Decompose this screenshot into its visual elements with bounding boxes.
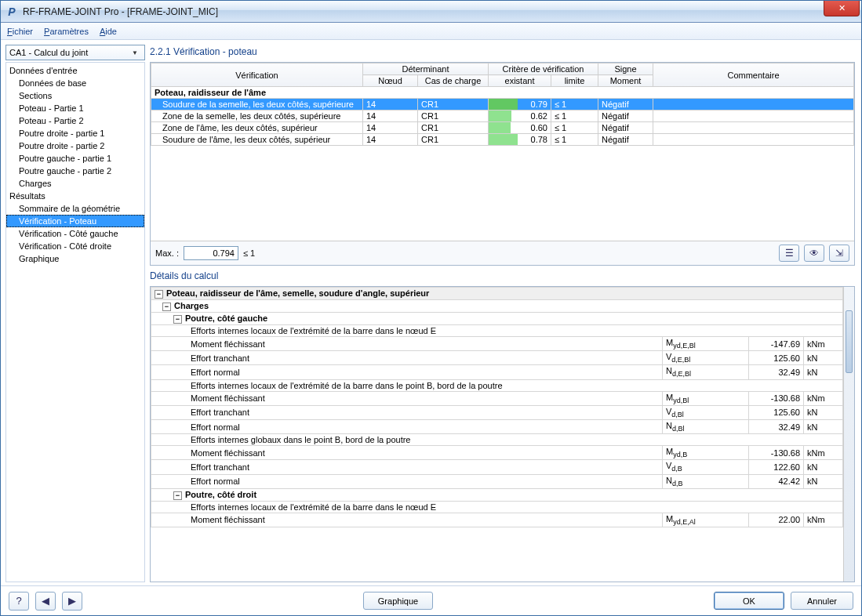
col-determinant: Déterminant [363, 63, 489, 75]
graphique-button[interactable]: Graphique [363, 592, 433, 610]
table-row[interactable]: Soudure de la semelle, les deux côtés, s… [151, 99, 854, 111]
max-row: Max. : ≤ 1 ☰ 👁 ⇲ [151, 241, 854, 265]
footer: ? ◀ ▶ Graphique OK Annuler [1, 585, 861, 615]
window-controls: ✕ [824, 1, 861, 16]
app-icon: P [5, 5, 18, 18]
tree-item[interactable]: Sections [6, 89, 144, 102]
case-selector-value: CA1 - Calcul du joint [9, 48, 88, 57]
menu-file[interactable]: Fichier [7, 27, 33, 36]
verification-grid[interactable]: Vérification Déterminant Critère de véri… [151, 63, 854, 146]
table-row[interactable]: Zone de la semelle, les deux côtés, supé… [151, 111, 854, 122]
main-panel: 2.2.1 Vérification - poteau Vérification… [150, 45, 855, 582]
tree-item[interactable]: Vérification - Côté gauche [6, 227, 144, 240]
tree-item[interactable]: Sommaire de la géométrie [6, 202, 144, 215]
tree-item[interactable]: Poutre gauche - partie 1 [6, 152, 144, 165]
help-button[interactable]: ? [9, 592, 29, 611]
col-signe: Signe [598, 63, 653, 75]
scrollbar-thumb[interactable] [846, 310, 853, 373]
menu-params[interactable]: Paramètres [44, 27, 89, 36]
col-noeud: Nœud [363, 75, 418, 87]
ok-button[interactable]: OK [714, 592, 784, 610]
chevron-down-icon: ▼ [129, 46, 141, 59]
titlebar: P RF-FRAME-JOINT Pro - [FRAME-JOINT_MIC]… [1, 1, 861, 23]
sidebar: CA1 - Calcul du joint ▼ Données d'entrée… [5, 45, 145, 582]
details-panel[interactable]: −Poteau, raidisseur de l'âme, semelle, s… [150, 286, 855, 582]
group-header: Poteau, raidisseur de l'âme [151, 87, 854, 99]
tree-item-selected[interactable]: Vérification - Poteau [6, 215, 144, 227]
case-selector[interactable]: CA1 - Calcul du joint ▼ [5, 45, 145, 60]
details-title: Détails du calcul [150, 269, 855, 283]
col-limite: limite [551, 75, 598, 87]
col-commentaire: Commentaire [653, 63, 854, 87]
tree-item[interactable]: Poutre gauche - partie 2 [6, 165, 144, 177]
details-table: −Poteau, raidisseur de l'âme, semelle, s… [151, 287, 843, 527]
menubar: Fichier Paramètres Aide [1, 23, 861, 40]
window-title: RF-FRAME-JOINT Pro - [FRAME-JOINT_MIC] [23, 6, 218, 17]
tree-item[interactable]: Poutre droite - partie 2 [6, 140, 144, 152]
export-icon[interactable]: ⇲ [829, 245, 849, 262]
table-row[interactable]: Zone de l'âme, les deux côtés, supérieur… [151, 122, 854, 134]
app-window: P RF-FRAME-JOINT Pro - [FRAME-JOINT_MIC]… [0, 0, 862, 616]
tree-item[interactable]: Poutre droite - partie 1 [6, 127, 144, 140]
tree-item[interactable]: Données de base [6, 77, 144, 89]
verification-grid-wrap: Vérification Déterminant Critère de véri… [150, 62, 855, 266]
tree-item[interactable]: Poteau - Partie 1 [6, 102, 144, 114]
menu-help[interactable]: Aide [100, 27, 117, 36]
col-existant: existant [489, 75, 551, 87]
max-limit: ≤ 1 [243, 248, 282, 258]
body: CA1 - Calcul du joint ▼ Données d'entrée… [1, 40, 861, 585]
next-button[interactable]: ▶ [62, 592, 82, 611]
col-critere: Critère de vérification [489, 63, 598, 75]
page-title: 2.2.1 Vérification - poteau [150, 45, 855, 59]
close-button[interactable]: ✕ [824, 1, 860, 16]
tree-item[interactable]: Charges [6, 177, 144, 190]
eye-icon[interactable]: 👁 [804, 245, 824, 262]
tree-item[interactable]: Graphique [6, 252, 144, 265]
filter-icon[interactable]: ☰ [779, 245, 799, 262]
scrollbar[interactable] [843, 287, 854, 582]
tree-heading-results: Résultats [6, 190, 144, 202]
prev-button[interactable]: ◀ [35, 592, 56, 611]
tree-item[interactable]: Poteau - Partie 2 [6, 114, 144, 127]
col-cas: Cas de charge [418, 75, 489, 87]
max-label: Max. : [155, 248, 179, 258]
cancel-button[interactable]: Annuler [791, 592, 853, 610]
tree-heading-input: Données d'entrée [6, 64, 144, 77]
max-value-input[interactable] [184, 246, 238, 260]
nav-tree[interactable]: Données d'entrée Données de base Section… [5, 62, 145, 582]
col-verification: Vérification [151, 63, 363, 87]
table-row[interactable]: Soudure de l'âme, les deux côtés, supéri… [151, 134, 854, 146]
col-moment: Moment [598, 75, 653, 87]
tree-item[interactable]: Vérification - Côté droite [6, 240, 144, 252]
